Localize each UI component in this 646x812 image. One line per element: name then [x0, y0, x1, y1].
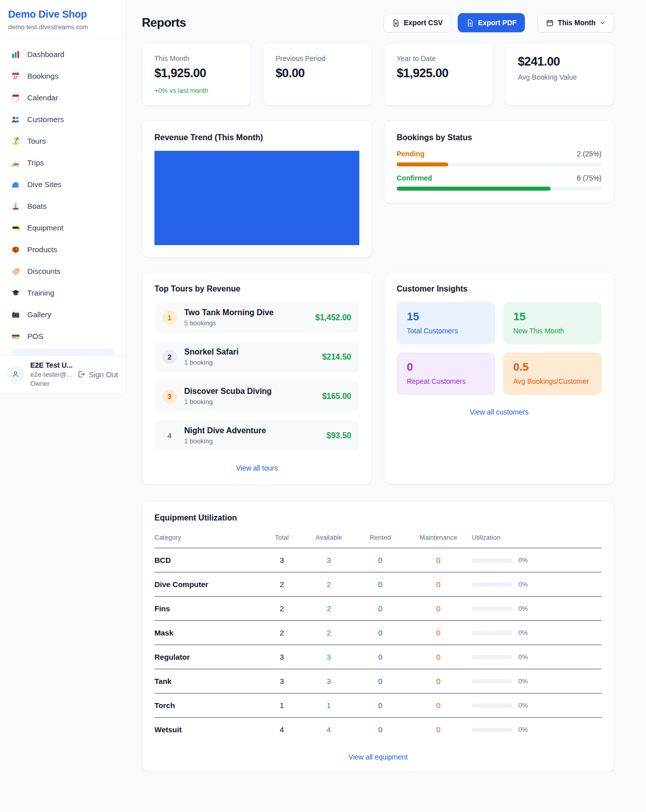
table-row: BCD 3 3 0 0 0%	[154, 548, 602, 572]
sign-out-label: Sign Out	[89, 370, 118, 379]
column-header: Category	[154, 530, 262, 548]
sidebar-item-trips[interactable]: Trips	[6, 154, 119, 172]
table-row: Regulator 3 3 0 0 0%	[154, 645, 602, 669]
avatar	[7, 366, 24, 383]
revenue-trend-card: Revenue Trend (This Month)	[142, 121, 372, 258]
revenue-trend-title: Revenue Trend (This Month)	[154, 133, 359, 142]
insight-tile-avg-bookings: 0.5 Avg Bookings/Customer	[503, 353, 602, 395]
sidebar-item-discounts[interactable]: Discounts	[6, 262, 119, 280]
package-icon	[11, 245, 20, 254]
graduation-cap-icon	[11, 288, 20, 298]
cell-rented: 0	[356, 718, 405, 742]
user-email: e2e-tester@...	[30, 371, 77, 378]
user-role: Owner	[30, 380, 77, 387]
tour-bookings: 1 booking	[184, 437, 327, 445]
cell-total: 4	[262, 718, 302, 742]
sidebar-item-equipment[interactable]: Equipment	[6, 219, 119, 237]
tour-bookings: 5 bookings	[184, 319, 315, 327]
cell-category: Mask	[154, 621, 262, 645]
column-header: Available	[302, 530, 355, 548]
sign-out-button[interactable]: Sign Out	[77, 370, 118, 379]
view-all-tours-link[interactable]: View all tours	[154, 464, 359, 472]
table-row: Wetsuit 4 4 0 0 0%	[154, 718, 602, 742]
rank-badge: 3	[163, 389, 177, 403]
calendar-date-icon: 17	[11, 72, 20, 81]
equipment-utilization-card: Equipment Utilization Category Total Ava…	[142, 501, 614, 772]
table-header-row: Category Total Available Rented Maintena…	[154, 530, 602, 548]
view-all-customers-link[interactable]: View all customers	[397, 408, 602, 416]
sidebar-item-pos[interactable]: POS	[6, 327, 119, 345]
sidebar-item-training[interactable]: Training	[6, 284, 119, 302]
stat-label: This Month	[154, 54, 238, 63]
tile-label: Repeat Customers	[407, 377, 485, 385]
view-all-equipment-link[interactable]: View all equipment	[154, 753, 602, 761]
insight-tile-repeat-customers: 0 Repeat Customers	[397, 353, 495, 395]
brand[interactable]: Demo Dive Shop demo.test.divestreams.com	[0, 0, 125, 39]
tour-amount: $93.50	[327, 431, 351, 440]
sidebar-item-label: Boats	[27, 202, 46, 211]
equipment-table: Category Total Available Rented Maintena…	[154, 530, 602, 742]
stat-card-year-to-date: Year to Date $1,925.00	[384, 43, 493, 106]
cell-maintenance: 0	[405, 645, 472, 669]
cell-total: 2	[262, 597, 302, 621]
column-header: Total	[262, 530, 302, 548]
tour-amount: $165.00	[322, 392, 351, 401]
cell-utilization: 0%	[472, 653, 602, 661]
sidebar-item-dive-sites[interactable]: Dive Sites	[6, 176, 119, 194]
cell-available: 2	[302, 597, 355, 621]
export-csv-label: Export CSV	[404, 19, 443, 27]
sidebar-item-calendar[interactable]: Calendar	[6, 89, 119, 107]
insight-tile-new-this-month: 15 New This Month	[503, 302, 602, 344]
bookings-by-status-card: Bookings by Status Pending 2 (25%) Confi…	[384, 121, 614, 203]
cell-total: 3	[262, 548, 302, 572]
wave-icon	[11, 180, 20, 189]
stat-value: $1,925.00	[154, 66, 238, 80]
cell-maintenance: 0	[405, 718, 472, 742]
export-csv-button[interactable]: Export CSV	[384, 13, 451, 32]
stat-card-avg-booking-value: $241.00 Avg Booking Value	[505, 43, 614, 106]
tour-name: Night Dive Adventure	[184, 426, 327, 435]
file-download-icon	[466, 19, 474, 27]
export-pdf-button[interactable]: Export PDF	[458, 13, 525, 32]
tour-list-item: 1 Two Tank Morning Dive 5 bookings $1,45…	[154, 302, 359, 333]
sign-out-icon	[77, 370, 85, 378]
sidebar-item-boats[interactable]: Boats	[6, 197, 119, 215]
user-info: E2E Test U... e2e-tester@... Owner	[30, 361, 77, 387]
sidebar-nav: Dashboard 17 Bookings Calendar Customers…	[0, 39, 125, 355]
cell-category: Regulator	[154, 645, 262, 669]
cell-rented: 0	[356, 621, 405, 645]
stat-card-this-month: This Month $1,925.00 +0% vs last month	[142, 43, 251, 106]
period-dropdown[interactable]: This Month	[537, 13, 614, 32]
sidebar-item-products[interactable]: Products	[6, 241, 119, 259]
cell-category: Dive Computer	[154, 572, 262, 597]
brand-name[interactable]: Demo Dive Shop	[8, 9, 117, 20]
column-header: Maintenance	[405, 530, 472, 548]
sidebar-item-reports-partial[interactable]	[11, 349, 114, 355]
progress-fill	[397, 162, 448, 166]
tour-list-item: 3 Discover Scuba Diving 1 booking $165.0…	[154, 381, 359, 412]
period-label: This Month	[558, 19, 596, 27]
cell-maintenance: 0	[405, 572, 472, 597]
sidebar-item-label: Training	[27, 288, 55, 298]
sidebar-item-label: Calendar	[27, 93, 58, 102]
sidebar-item-label: Customers	[27, 115, 64, 124]
sidebar-item-customers[interactable]: Customers	[6, 110, 119, 129]
cell-total: 2	[262, 621, 302, 645]
cell-available: 3	[302, 669, 355, 693]
stat-value: $1,925.00	[397, 66, 480, 80]
cell-utilization: 0%	[472, 726, 602, 733]
sidebar-item-tours[interactable]: Tours	[6, 132, 119, 150]
speedboat-icon	[11, 158, 20, 167]
sidebar-item-label: Gallery	[27, 310, 51, 319]
sidebar-item-dashboard[interactable]: Dashboard	[6, 45, 119, 64]
cell-maintenance: 0	[405, 597, 472, 621]
sidebar-item-gallery[interactable]: Gallery	[6, 306, 119, 324]
cell-available: 1	[302, 693, 355, 718]
cell-category: Fins	[154, 597, 262, 621]
sidebar-item-bookings[interactable]: 17 Bookings	[6, 67, 119, 85]
cell-maintenance: 0	[405, 669, 472, 693]
cell-rented: 0	[356, 669, 405, 693]
export-pdf-label: Export PDF	[478, 19, 516, 27]
cell-utilization: 0%	[472, 605, 602, 612]
header-actions: Export CSV Export PDF This Month	[384, 13, 614, 32]
